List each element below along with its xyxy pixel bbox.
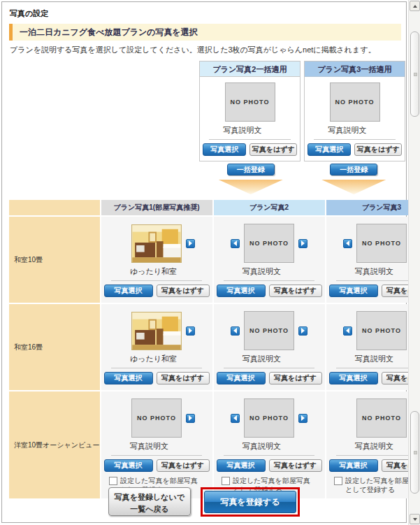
photo-caption: 写真説明文 (130, 441, 210, 452)
scrollbar-thumb-1[interactable] (410, 31, 419, 117)
vertical-scrollbar[interactable] (408, 0, 420, 525)
divider (224, 455, 314, 456)
select-photo-button[interactable]: 写真選択 (203, 143, 246, 156)
divider (336, 368, 420, 368)
scrollbar-thumb-2[interactable] (410, 411, 419, 494)
photo-cell-r3-plan3: NO PHOTO 写真説明文 写真選択 写真をはずす 設定した写真を部屋写真とし… (326, 391, 420, 498)
table-row: 和室10畳 (9, 217, 420, 303)
select-photo-button[interactable]: 写真選択 (217, 285, 266, 297)
prev-photo-arrow-button[interactable] (343, 239, 352, 248)
batch-apply-panel-photo3: プラン写真3一括適用 NO PHOTO 写真説明文 写真選択 写真をはずす (304, 61, 405, 161)
next-photo-arrow-button[interactable] (186, 326, 195, 336)
photo-cell-r1-plan2: NO PHOTO 写真説明文 写真選択 写真をはずす (214, 217, 325, 303)
next-photo-arrow-button[interactable] (298, 414, 307, 423)
remove-photo-button[interactable]: 写真をはずす (249, 143, 297, 156)
photo-cell-r2-plan3: NO PHOTO 写真説明文 写真選択 写真をはずす (326, 304, 420, 390)
select-photo-button[interactable]: 写真選択 (104, 372, 153, 384)
batch-register-button-photo3[interactable]: 一括登録 (330, 164, 377, 175)
left-arrow-icon (233, 415, 237, 421)
table-row: 洋室10畳オーシャンビュー NO PHOTO 写真説明文 写真選択 写真をはずす (9, 391, 420, 498)
photo-cell-r2-plan2: NO PHOTO 写真説明文 写真選択 写真をはずす (214, 304, 325, 390)
select-photo-button[interactable]: 写真選択 (329, 372, 378, 384)
photo-caption: 写真説明文 (242, 441, 322, 452)
no-photo-placeholder: NO PHOTO (356, 224, 407, 263)
left-arrow-icon (233, 328, 237, 333)
scroll-down-button[interactable] (410, 514, 420, 524)
instruction-text: プランを説明する写真を選択して設定してください。選択した3枚の写真がじゃらんne… (10, 45, 376, 55)
photo-caption: 写真説明文 (242, 354, 322, 364)
divider (314, 139, 395, 140)
prev-photo-arrow-button[interactable] (231, 414, 240, 423)
photo-cell-r1-plan3: NO PHOTO 写真説明文 写真選択 写真をはずす (326, 217, 420, 303)
right-arrow-icon (301, 415, 305, 421)
register-as-room-photo-checkbox[interactable] (109, 477, 117, 485)
select-photo-button[interactable]: 写真選択 (329, 285, 378, 297)
page-title: 写真の設定 (10, 8, 48, 19)
table-row: 和室16畳 (9, 304, 420, 390)
remove-photo-button[interactable]: 写真をはずす (354, 143, 402, 156)
room-label: 和室10畳 (9, 217, 100, 303)
remove-photo-button[interactable]: 写真をはずす (269, 285, 322, 297)
register-as-room-photo-checkbox[interactable] (334, 477, 342, 485)
photo-cell-r3-plan2: NO PHOTO 写真説明文 写真選択 写真をはずす 設定した写真を部屋写真とし… (214, 391, 325, 498)
next-photo-arrow-button[interactable] (298, 239, 307, 248)
scroll-up-button[interactable] (410, 1, 420, 11)
left-arrow-icon (233, 240, 237, 246)
no-photo-placeholder: NO PHOTO (330, 82, 380, 122)
register-as-room-photo-checkbox[interactable] (222, 477, 230, 485)
photo-caption: ゆったり和室 (130, 266, 210, 277)
batch-register-row: 一括登録 一括登録 (199, 164, 405, 194)
select-photo-button[interactable]: 写真選択 (104, 285, 153, 297)
remove-photo-button[interactable]: 写真をはずす (157, 459, 210, 472)
page-container: 写真の設定 一泊二日カニフグ食べ放題プランの写真を選択 プランを説明する写真を選… (1, 1, 407, 523)
back-to-list-button[interactable]: 写真を登録しないで 一覧へ戻る (108, 487, 191, 516)
register-photos-button[interactable]: 写真を登録する (204, 491, 296, 513)
batch-register-button-photo2[interactable]: 一括登録 (227, 164, 275, 175)
thumb-grip-icon (414, 73, 417, 76)
column-header-photo2: プラン写真2 (214, 200, 325, 215)
right-arrow-icon (189, 415, 192, 421)
back-button-line1: 写真を登録しないで (115, 493, 184, 501)
back-button-line2: 一覧へ戻る (130, 505, 169, 513)
no-photo-placeholder: NO PHOTO (356, 398, 407, 438)
photo-cell-r1-plan1: ゆったり和室 写真選択 写真をはずす (101, 217, 212, 303)
plan-photo-table: プラン写真1(部屋写真推奨) プラン写真2 プラン写真3 和室10畳 (8, 199, 420, 500)
no-photo-placeholder: NO PHOTO (131, 398, 182, 438)
select-photo-button[interactable]: 写真選択 (104, 459, 153, 472)
select-photo-button[interactable]: 写真選択 (217, 372, 266, 384)
next-photo-arrow-button[interactable] (186, 239, 195, 248)
photo-cell-r3-plan1: NO PHOTO 写真説明文 写真選択 写真をはずす 設定した写真を部屋写真とし… (101, 391, 212, 498)
remove-photo-button[interactable]: 写真をはずす (157, 372, 210, 384)
prev-photo-arrow-button[interactable] (231, 326, 240, 336)
column-header-photo1: プラン写真1(部屋写真推奨) (101, 200, 212, 215)
prev-photo-arrow-button[interactable] (231, 239, 240, 248)
no-photo-placeholder: NO PHOTO (244, 311, 294, 350)
remove-photo-button[interactable]: 写真をはずす (269, 372, 322, 384)
divider (224, 368, 314, 368)
right-arrow-icon (301, 240, 305, 246)
no-photo-placeholder: NO PHOTO (244, 224, 294, 263)
up-arrow-icon (413, 5, 417, 8)
panel-title: プラン写真3一括適用 (305, 62, 405, 77)
remove-photo-button[interactable]: 写真をはずす (269, 459, 322, 472)
room-photo-thumbnail (131, 312, 182, 350)
next-photo-arrow-button[interactable] (298, 326, 307, 336)
left-arrow-icon (346, 240, 349, 246)
photo-caption: 写真説明文 (328, 125, 403, 136)
select-photo-button[interactable]: 写真選択 (307, 143, 351, 156)
select-photo-button[interactable]: 写真選択 (217, 459, 266, 472)
select-photo-button[interactable]: 写真選択 (329, 459, 378, 472)
apply-down-arrow-icon (219, 180, 283, 194)
plan-section-header: 一泊二日カニフグ食べ放題プランの写真を選択 (9, 24, 401, 41)
room-label: 洋室10畳オーシャンビュー (9, 391, 100, 498)
divider (209, 139, 290, 140)
prev-photo-arrow-button[interactable] (343, 326, 352, 336)
next-photo-arrow-button[interactable] (186, 414, 195, 423)
photo-caption: ゆったり和室 (130, 354, 210, 364)
left-arrow-icon (346, 328, 349, 333)
no-photo-placeholder: NO PHOTO (225, 82, 275, 122)
highlight-box: 写真を登録する (201, 487, 300, 517)
right-arrow-icon (189, 240, 192, 246)
remove-photo-button[interactable]: 写真をはずす (157, 285, 210, 297)
photo-caption: 写真説明文 (224, 125, 298, 136)
